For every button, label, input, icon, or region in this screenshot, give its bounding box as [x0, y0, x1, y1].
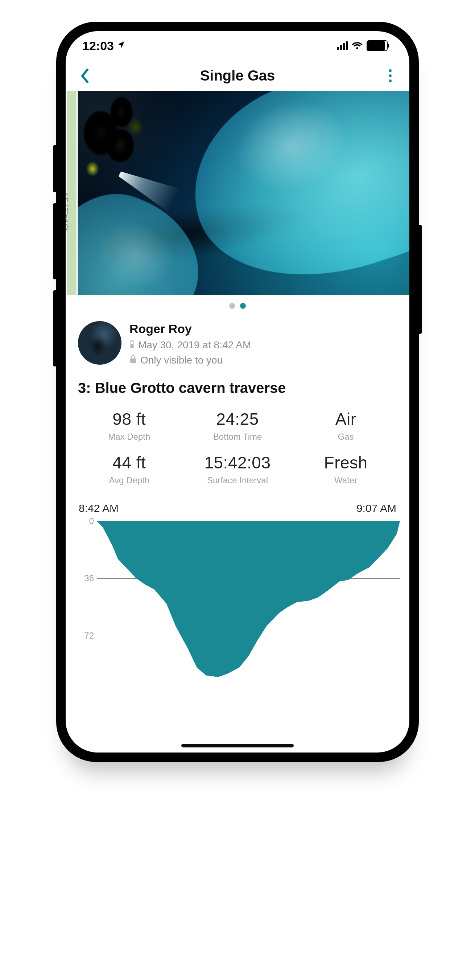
location-services-icon: [117, 40, 126, 51]
dots-vertical-icon: [389, 69, 392, 72]
dive-title: 3: Blue Grotto cavern traverse: [66, 374, 409, 404]
dive-date-time: May 30, 2019 at 8:42 AM: [138, 339, 251, 351]
hero-image[interactable]: NE 172nd Ct: [66, 91, 409, 295]
screen: 12:03 Single Gas: [66, 31, 409, 752]
depth-chart[interactable]: 8:42 AM 9:07 AM 0 36 72: [66, 496, 409, 677]
status-time: 12:03: [82, 39, 114, 53]
stats-grid: 98 ft Max Depth 24:25 Bottom Time Air Ga…: [66, 404, 409, 496]
y-tick-36: 36: [74, 573, 94, 584]
stat-surface-interval: 15:42:03 Surface Interval: [183, 453, 292, 485]
stat-label: Avg Depth: [75, 475, 183, 485]
svg-rect-1: [131, 340, 133, 341]
lock-icon: [129, 354, 137, 366]
stat-value: 15:42:03: [183, 453, 292, 473]
y-tick-72: 72: [74, 631, 94, 641]
stat-value: Air: [292, 409, 400, 429]
nav-bar: Single Gas: [66, 60, 409, 91]
author-block: Roger Roy May 30, 2019 at 8:42 AM Only v…: [66, 317, 409, 374]
stat-bottom-time: 24:25 Bottom Time: [183, 409, 292, 442]
pager-dot-2[interactable]: [240, 303, 246, 309]
chart-end-time: 9:07 AM: [356, 502, 396, 514]
more-options-button[interactable]: [382, 67, 399, 84]
pager-dots[interactable]: [66, 295, 409, 317]
privacy-text: Only visible to you: [140, 354, 222, 366]
y-tick-0: 0: [74, 516, 94, 526]
device-volume-down: [53, 290, 56, 366]
stat-value: 98 ft: [75, 409, 183, 429]
battery-icon: [367, 40, 388, 51]
svg-rect-2: [131, 344, 133, 347]
stat-label: Water: [292, 475, 400, 485]
stat-avg-depth: 44 ft Avg Depth: [75, 453, 183, 485]
status-bar: 12:03: [66, 31, 409, 60]
chart-start-time: 8:42 AM: [79, 502, 119, 514]
cellular-signal-icon: [337, 41, 348, 50]
map-street-label: NE 172nd Ct: [66, 193, 69, 231]
page-title: Single Gas: [200, 67, 275, 84]
stat-value: 24:25: [183, 409, 292, 429]
device-silence-switch: [53, 145, 56, 192]
stat-water: Fresh Water: [292, 453, 400, 485]
stat-label: Surface Interval: [183, 475, 292, 485]
home-indicator[interactable]: [181, 744, 294, 748]
avatar[interactable]: [78, 321, 121, 364]
stat-value: 44 ft: [75, 453, 183, 473]
stat-max-depth: 98 ft Max Depth: [75, 409, 183, 442]
stat-label: Max Depth: [75, 432, 183, 442]
device-volume-up: [53, 203, 56, 279]
author-name: Roger Roy: [129, 322, 251, 336]
back-button[interactable]: [76, 67, 93, 84]
svg-rect-3: [130, 358, 136, 363]
stat-label: Gas: [292, 432, 400, 442]
depth-area-plot: [97, 521, 400, 677]
wifi-icon: [351, 41, 363, 50]
stat-value: Fresh: [292, 453, 400, 473]
pager-dot-1[interactable]: [229, 303, 235, 309]
chevron-left-icon: [80, 68, 89, 83]
stat-label: Bottom Time: [183, 432, 292, 442]
battery-mini-icon: [129, 339, 135, 351]
stat-gas: Air Gas: [292, 409, 400, 442]
phone-frame: 12:03 Single Gas: [56, 22, 419, 762]
device-power-button: [419, 225, 422, 334]
